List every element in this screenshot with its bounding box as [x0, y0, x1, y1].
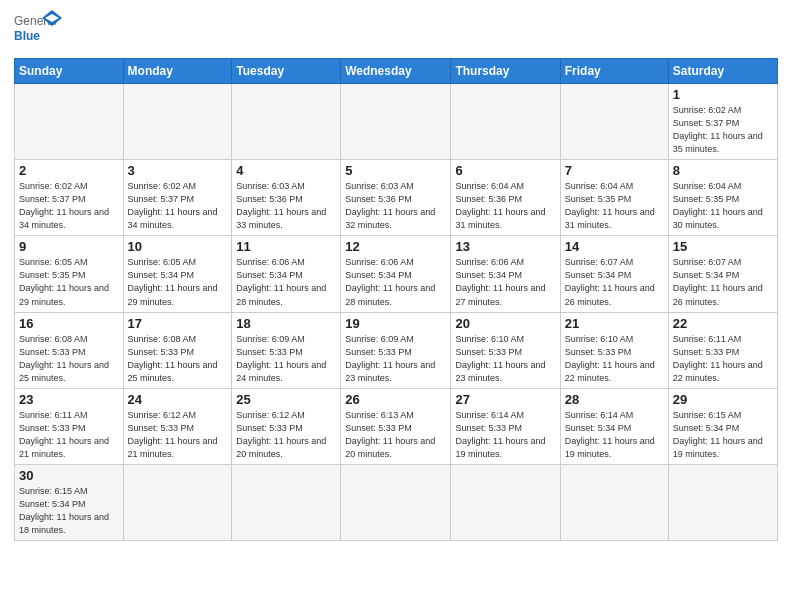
day-number: 16 — [19, 316, 119, 331]
calendar-row-5: 23Sunrise: 6:11 AM Sunset: 5:33 PM Dayli… — [15, 388, 778, 464]
day-number: 1 — [673, 87, 773, 102]
calendar-cell: 20Sunrise: 6:10 AM Sunset: 5:33 PM Dayli… — [451, 312, 560, 388]
calendar-cell: 19Sunrise: 6:09 AM Sunset: 5:33 PM Dayli… — [341, 312, 451, 388]
calendar-cell — [341, 84, 451, 160]
day-info: Sunrise: 6:08 AM Sunset: 5:33 PM Dayligh… — [19, 333, 119, 385]
calendar-cell: 8Sunrise: 6:04 AM Sunset: 5:35 PM Daylig… — [668, 160, 777, 236]
day-number: 21 — [565, 316, 664, 331]
day-number: 30 — [19, 468, 119, 483]
calendar-cell: 28Sunrise: 6:14 AM Sunset: 5:34 PM Dayli… — [560, 388, 668, 464]
day-number: 14 — [565, 239, 664, 254]
day-number: 28 — [565, 392, 664, 407]
calendar-cell: 7Sunrise: 6:04 AM Sunset: 5:35 PM Daylig… — [560, 160, 668, 236]
day-number: 27 — [455, 392, 555, 407]
calendar-cell — [451, 84, 560, 160]
weekday-header-sunday: Sunday — [15, 59, 124, 84]
calendar-cell: 14Sunrise: 6:07 AM Sunset: 5:34 PM Dayli… — [560, 236, 668, 312]
day-number: 3 — [128, 163, 228, 178]
calendar-cell: 6Sunrise: 6:04 AM Sunset: 5:36 PM Daylig… — [451, 160, 560, 236]
day-number: 9 — [19, 239, 119, 254]
day-info: Sunrise: 6:05 AM Sunset: 5:34 PM Dayligh… — [128, 256, 228, 308]
day-number: 15 — [673, 239, 773, 254]
day-number: 23 — [19, 392, 119, 407]
calendar-row-1: 1Sunrise: 6:02 AM Sunset: 5:37 PM Daylig… — [15, 84, 778, 160]
header: General Blue — [14, 10, 778, 52]
weekday-header-friday: Friday — [560, 59, 668, 84]
day-number: 7 — [565, 163, 664, 178]
calendar-cell — [451, 464, 560, 540]
day-info: Sunrise: 6:12 AM Sunset: 5:33 PM Dayligh… — [236, 409, 336, 461]
day-number: 26 — [345, 392, 446, 407]
calendar-cell: 25Sunrise: 6:12 AM Sunset: 5:33 PM Dayli… — [232, 388, 341, 464]
calendar-cell: 4Sunrise: 6:03 AM Sunset: 5:36 PM Daylig… — [232, 160, 341, 236]
calendar-cell — [123, 84, 232, 160]
day-info: Sunrise: 6:07 AM Sunset: 5:34 PM Dayligh… — [673, 256, 773, 308]
day-info: Sunrise: 6:07 AM Sunset: 5:34 PM Dayligh… — [565, 256, 664, 308]
day-number: 4 — [236, 163, 336, 178]
day-info: Sunrise: 6:02 AM Sunset: 5:37 PM Dayligh… — [128, 180, 228, 232]
calendar-cell: 11Sunrise: 6:06 AM Sunset: 5:34 PM Dayli… — [232, 236, 341, 312]
day-info: Sunrise: 6:02 AM Sunset: 5:37 PM Dayligh… — [673, 104, 773, 156]
day-number: 19 — [345, 316, 446, 331]
weekday-header-thursday: Thursday — [451, 59, 560, 84]
calendar-cell — [668, 464, 777, 540]
day-number: 24 — [128, 392, 228, 407]
day-info: Sunrise: 6:11 AM Sunset: 5:33 PM Dayligh… — [673, 333, 773, 385]
calendar-row-3: 9Sunrise: 6:05 AM Sunset: 5:35 PM Daylig… — [15, 236, 778, 312]
day-info: Sunrise: 6:03 AM Sunset: 5:36 PM Dayligh… — [236, 180, 336, 232]
calendar-cell: 1Sunrise: 6:02 AM Sunset: 5:37 PM Daylig… — [668, 84, 777, 160]
day-info: Sunrise: 6:10 AM Sunset: 5:33 PM Dayligh… — [565, 333, 664, 385]
weekday-header-monday: Monday — [123, 59, 232, 84]
day-info: Sunrise: 6:04 AM Sunset: 5:36 PM Dayligh… — [455, 180, 555, 232]
weekday-header-tuesday: Tuesday — [232, 59, 341, 84]
calendar-cell: 12Sunrise: 6:06 AM Sunset: 5:34 PM Dayli… — [341, 236, 451, 312]
day-info: Sunrise: 6:15 AM Sunset: 5:34 PM Dayligh… — [673, 409, 773, 461]
calendar-cell: 17Sunrise: 6:08 AM Sunset: 5:33 PM Dayli… — [123, 312, 232, 388]
day-info: Sunrise: 6:13 AM Sunset: 5:33 PM Dayligh… — [345, 409, 446, 461]
day-info: Sunrise: 6:06 AM Sunset: 5:34 PM Dayligh… — [345, 256, 446, 308]
day-number: 17 — [128, 316, 228, 331]
day-number: 18 — [236, 316, 336, 331]
day-number: 10 — [128, 239, 228, 254]
weekday-header-row: SundayMondayTuesdayWednesdayThursdayFrid… — [15, 59, 778, 84]
calendar-cell — [560, 464, 668, 540]
calendar-cell: 29Sunrise: 6:15 AM Sunset: 5:34 PM Dayli… — [668, 388, 777, 464]
weekday-header-wednesday: Wednesday — [341, 59, 451, 84]
calendar-cell — [341, 464, 451, 540]
calendar-row-6: 30Sunrise: 6:15 AM Sunset: 5:34 PM Dayli… — [15, 464, 778, 540]
calendar-cell: 16Sunrise: 6:08 AM Sunset: 5:33 PM Dayli… — [15, 312, 124, 388]
day-info: Sunrise: 6:11 AM Sunset: 5:33 PM Dayligh… — [19, 409, 119, 461]
day-number: 11 — [236, 239, 336, 254]
day-info: Sunrise: 6:05 AM Sunset: 5:35 PM Dayligh… — [19, 256, 119, 308]
day-number: 29 — [673, 392, 773, 407]
day-number: 22 — [673, 316, 773, 331]
calendar-cell: 2Sunrise: 6:02 AM Sunset: 5:37 PM Daylig… — [15, 160, 124, 236]
calendar-cell: 22Sunrise: 6:11 AM Sunset: 5:33 PM Dayli… — [668, 312, 777, 388]
calendar-cell: 21Sunrise: 6:10 AM Sunset: 5:33 PM Dayli… — [560, 312, 668, 388]
calendar-cell — [232, 464, 341, 540]
calendar-cell: 3Sunrise: 6:02 AM Sunset: 5:37 PM Daylig… — [123, 160, 232, 236]
calendar-cell — [123, 464, 232, 540]
day-number: 25 — [236, 392, 336, 407]
svg-text:Blue: Blue — [14, 29, 40, 43]
generalblue-logo-icon: General Blue — [14, 10, 62, 52]
calendar-cell: 10Sunrise: 6:05 AM Sunset: 5:34 PM Dayli… — [123, 236, 232, 312]
day-info: Sunrise: 6:14 AM Sunset: 5:33 PM Dayligh… — [455, 409, 555, 461]
calendar-cell: 18Sunrise: 6:09 AM Sunset: 5:33 PM Dayli… — [232, 312, 341, 388]
calendar-row-2: 2Sunrise: 6:02 AM Sunset: 5:37 PM Daylig… — [15, 160, 778, 236]
day-info: Sunrise: 6:06 AM Sunset: 5:34 PM Dayligh… — [236, 256, 336, 308]
day-number: 8 — [673, 163, 773, 178]
calendar-cell: 13Sunrise: 6:06 AM Sunset: 5:34 PM Dayli… — [451, 236, 560, 312]
day-info: Sunrise: 6:14 AM Sunset: 5:34 PM Dayligh… — [565, 409, 664, 461]
day-info: Sunrise: 6:09 AM Sunset: 5:33 PM Dayligh… — [236, 333, 336, 385]
calendar-cell: 26Sunrise: 6:13 AM Sunset: 5:33 PM Dayli… — [341, 388, 451, 464]
day-info: Sunrise: 6:06 AM Sunset: 5:34 PM Dayligh… — [455, 256, 555, 308]
day-number: 5 — [345, 163, 446, 178]
calendar-cell: 27Sunrise: 6:14 AM Sunset: 5:33 PM Dayli… — [451, 388, 560, 464]
page: General Blue SundayMondayTuesdayWednesda… — [0, 0, 792, 612]
calendar-cell: 5Sunrise: 6:03 AM Sunset: 5:36 PM Daylig… — [341, 160, 451, 236]
day-info: Sunrise: 6:08 AM Sunset: 5:33 PM Dayligh… — [128, 333, 228, 385]
day-info: Sunrise: 6:04 AM Sunset: 5:35 PM Dayligh… — [565, 180, 664, 232]
calendar-cell: 23Sunrise: 6:11 AM Sunset: 5:33 PM Dayli… — [15, 388, 124, 464]
day-info: Sunrise: 6:02 AM Sunset: 5:37 PM Dayligh… — [19, 180, 119, 232]
